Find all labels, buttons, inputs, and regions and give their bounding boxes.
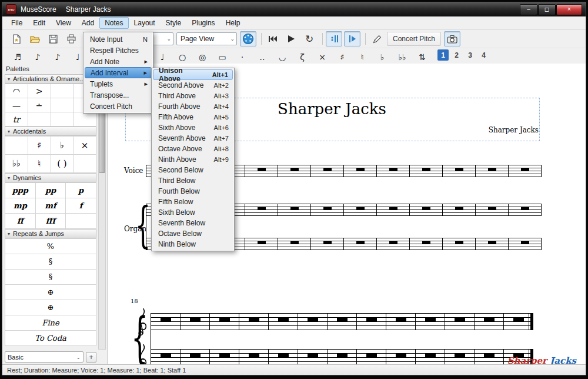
palette-cell-mf[interactable]: mf — [36, 198, 66, 214]
menu-item-fifth-below[interactable]: Fifth Below — [152, 197, 234, 207]
double-sharp-button[interactable]: × — [314, 49, 330, 64]
whole-note-button[interactable]: ○ — [174, 49, 191, 64]
view-mode-combo[interactable]: Page View ⌄ — [176, 32, 237, 45]
sharp-button[interactable]: ♯ — [334, 49, 350, 64]
treble-clef-icon[interactable] — [136, 343, 150, 365]
open-file-button[interactable] — [26, 31, 43, 46]
palette-cell[interactable] — [5, 137, 28, 155]
double-dot-button[interactable]: ‥ — [254, 49, 270, 64]
menu-item-fourth-above[interactable]: Fourth Above Alt+4 — [152, 101, 234, 112]
play-repeats-toggle[interactable] — [326, 31, 342, 46]
loop-playback-button[interactable]: ↻ — [301, 31, 318, 46]
voice-1-button[interactable]: 1 — [437, 49, 449, 61]
palette-section-dynamics[interactable]: ▾ Dynamics — [5, 173, 96, 182]
palette-cell-flat[interactable]: ♭ — [51, 137, 74, 155]
menu-item-octave-above[interactable]: Octave Above Alt+8 — [152, 144, 234, 154]
augmentation-dot-button[interactable]: · — [234, 49, 250, 64]
voice-staff-label[interactable]: Voice — [124, 167, 143, 175]
palette-cell-f[interactable]: f — [66, 198, 96, 214]
palette-cell-ff[interactable]: ff — [5, 214, 36, 229]
menu-item-add-note[interactable]: Add Note ▸ — [83, 56, 153, 67]
menu-item-second-below[interactable]: Second Below — [152, 165, 234, 175]
add-palette-button[interactable]: + — [86, 352, 96, 363]
palette-cell-coda-variation[interactable]: ⊕ — [5, 300, 96, 315]
menu-item-sixth-above[interactable]: Sixth Above Alt+6 — [152, 122, 234, 133]
palette-cell-natural[interactable]: ♮ — [28, 155, 51, 173]
bottom-staff-upper[interactable] — [151, 313, 533, 330]
menu-item-third-below[interactable]: Third Below — [152, 175, 234, 186]
palette-cell-mp[interactable]: mp — [5, 198, 36, 214]
palette-cell-accent[interactable]: > — [28, 84, 51, 98]
print-button[interactable] — [63, 31, 79, 46]
edit-mode-button[interactable] — [369, 31, 385, 46]
palette-cell-pp[interactable]: pp — [36, 183, 66, 198]
menu-item-respell-pitches[interactable]: Respell Pitches — [83, 45, 153, 56]
menu-item-concert-pitch[interactable]: Concert Pitch — [83, 101, 153, 112]
palette-cell[interactable] — [74, 155, 96, 173]
palette-cell-fermata[interactable]: ◠ — [5, 84, 28, 98]
palette-cell-double-flat[interactable]: ♭♭ — [5, 155, 28, 173]
rewind-button[interactable] — [265, 31, 281, 46]
menubar-item-file[interactable]: File — [6, 17, 28, 29]
menu-item-seventh-below[interactable]: Seventh Below — [152, 218, 234, 228]
palette-cell-fff[interactable]: fff — [36, 214, 66, 229]
menu-item-seventh-above[interactable]: Seventh Above Alt+7 — [152, 133, 234, 144]
menu-item-ninth-above[interactable]: Ninth Above Alt+9 — [152, 154, 234, 165]
voice-3-button[interactable]: 3 — [465, 49, 476, 61]
breve-note-button[interactable]: ◎ — [194, 49, 211, 64]
menubar-item-plugins[interactable]: Plugins — [186, 17, 220, 29]
tie-button[interactable]: ◡ — [274, 49, 290, 64]
sixteenth-note-button[interactable]: ♬ — [9, 49, 26, 64]
palette-cell-sharp[interactable]: ♯ — [28, 137, 51, 155]
menu-item-note-input[interactable]: Note Input N — [83, 34, 153, 45]
image-capture-button[interactable] — [444, 31, 460, 46]
menu-item-ninth-below[interactable]: Ninth Below — [152, 239, 234, 250]
palette-cell-ppp[interactable]: ppp — [5, 183, 36, 198]
palette-cell-double-sharp[interactable]: × — [74, 137, 96, 155]
palette-cell-coda[interactable]: ⊕ — [5, 285, 96, 300]
palette-scrollbar[interactable] — [98, 73, 106, 350]
palette-cell-measure-repeat[interactable]: % — [5, 239, 96, 254]
palette-cell-segno[interactable]: § — [5, 254, 96, 270]
palette-section-repeats[interactable]: ▾ Repeats & Jumps — [5, 229, 96, 238]
menu-item-add-interval[interactable]: Add Interval ▸ — [85, 67, 152, 78]
menubar-item-notes[interactable]: Notes — [99, 17, 128, 29]
treble-clef-icon[interactable] — [136, 307, 150, 338]
longa-note-button[interactable]: ▭ — [214, 49, 230, 64]
save-button[interactable] — [45, 31, 61, 46]
palette-cell[interactable] — [51, 112, 74, 127]
concert-pitch-button[interactable]: Concert Pitch — [387, 32, 441, 46]
close-button[interactable]: × — [556, 4, 582, 15]
menubar-item-style[interactable]: Style — [161, 17, 187, 29]
natural-button[interactable]: ♮ — [354, 49, 370, 64]
menu-item-sixth-below[interactable]: Sixth Below — [152, 207, 234, 218]
palette-cell[interactable] — [66, 214, 96, 229]
voice-2-button[interactable]: 2 — [451, 49, 462, 61]
flat-button[interactable]: ♭ — [374, 49, 390, 64]
menubar-item-edit[interactable]: Edit — [28, 17, 51, 29]
double-flat-button[interactable]: ♭♭ — [394, 49, 410, 64]
flip-direction-button[interactable]: ⇅ — [414, 49, 430, 64]
menu-item-transpose[interactable]: Transpose... — [83, 89, 153, 101]
minimize-button[interactable]: – — [520, 4, 537, 15]
half-note-button[interactable]: ♩ — [154, 49, 171, 64]
palette-cell-to-coda[interactable]: To Coda — [5, 331, 96, 346]
palette-cell-segno-variation[interactable]: § — [5, 270, 96, 285]
play-button[interactable] — [283, 31, 299, 46]
menu-item-octave-below[interactable]: Octave Below — [152, 228, 234, 239]
palette-cell[interactable] — [74, 112, 96, 127]
menubar-item-layout[interactable]: Layout — [129, 17, 161, 29]
new-score-button[interactable] — [8, 31, 25, 46]
palette-cell-p[interactable]: p — [66, 183, 96, 198]
menu-item-unison-above[interactable]: Unison Above Alt+1 — [153, 69, 233, 80]
rest-button[interactable]: ζ — [294, 49, 310, 64]
palette-cell[interactable] — [51, 84, 74, 98]
palette-preset-select[interactable]: Basic ⌄ — [5, 351, 83, 363]
menu-item-tuplets[interactable]: Tuplets ▸ — [83, 78, 153, 89]
palette-cell[interactable] — [51, 98, 74, 112]
grace-note-button[interactable]: ♪ — [29, 49, 46, 64]
menu-item-third-above[interactable]: Third Above Alt+3 — [152, 91, 234, 101]
maximize-button[interactable]: ◻ — [538, 4, 556, 15]
menu-item-fifth-above[interactable]: Fifth Above Alt+5 — [152, 112, 234, 122]
palette-cell-trill[interactable]: tr — [5, 112, 28, 127]
